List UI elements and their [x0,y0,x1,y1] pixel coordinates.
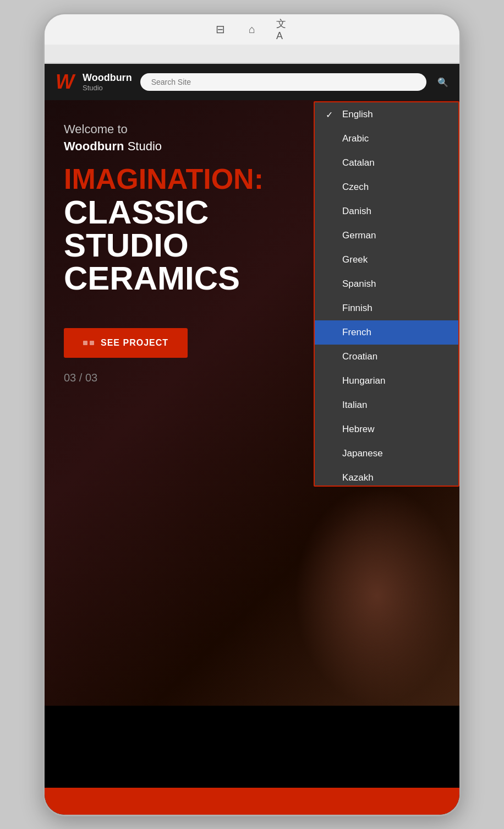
language-label: Czech [342,182,369,193]
home-icon[interactable]: ⌂ [244,21,260,37]
language-item[interactable]: Finnish [315,296,458,320]
language-label: Croatian [342,351,377,362]
language-label: Danish [342,206,371,217]
slide-current: 03 [64,372,76,384]
language-label: Spanish [342,279,376,290]
brand-sub: Studio [83,84,132,92]
language-label: Hebrew [342,424,375,435]
language-label: Italian [342,400,367,411]
language-item[interactable]: Czech [315,175,458,199]
language-label: Arabic [342,133,369,144]
language-item[interactable]: Danish [315,199,458,223]
browser-tabs [45,45,459,64]
language-label: Finnish [342,303,372,314]
hero-brand-bold: Woodburn [64,139,124,153]
slide-total: 03 [85,372,97,384]
language-dropdown[interactable]: ✓EnglishArabicCatalanCzechDanishGermanGr… [314,101,459,487]
browser-window-icon[interactable]: ⊟ [212,21,228,37]
language-item[interactable]: Catalan [315,151,458,175]
brand-title: Woodburn [83,72,132,84]
language-item[interactable]: Hungarian [315,369,458,393]
language-item[interactable]: Japanese [315,441,458,466]
device-frame: ⊟ ⌂ 文A W Woodburn Studio 🔍 Welcome to Wo… [43,13,461,816]
language-item[interactable]: Spanish [315,272,458,296]
browser-chrome: ⊟ ⌂ 文A [45,14,459,64]
search-input[interactable] [140,73,426,91]
language-label: Hungarian [342,375,385,386]
website-container: W Woodburn Studio 🔍 Welcome to Woodburn … [45,64,459,816]
site-header: W Woodburn Studio 🔍 [45,64,459,100]
cta-button[interactable]: SEE PROJECT [64,328,188,358]
logo-mark: W [56,72,74,92]
language-label: Kazakh [342,472,374,483]
language-item[interactable]: Kazakh [315,466,458,487]
cta-label: SEE PROJECT [101,338,168,348]
cta-dot-1 [83,341,87,345]
checkmark-icon: ✓ [326,110,336,120]
bottom-bar [45,788,459,816]
language-item[interactable]: Arabic [315,127,458,151]
language-item[interactable]: Croatian [315,345,458,369]
language-item[interactable]: French [315,320,458,345]
slide-sep: / [79,372,85,384]
language-label: Japanese [342,448,383,459]
language-item[interactable]: Greek [315,248,458,272]
language-label: Catalan [342,157,375,168]
language-label: German [342,230,376,241]
language-item[interactable]: Italian [315,393,458,417]
browser-toolbar: ⊟ ⌂ 文A [45,14,459,45]
language-item[interactable]: German [315,223,458,248]
language-label: English [342,109,373,120]
cta-dots [83,341,94,345]
language-label: Greek [342,254,368,265]
language-item[interactable]: Hebrew [315,417,458,441]
translate-icon[interactable]: 文A [276,21,292,37]
language-label: French [342,327,371,338]
language-item[interactable]: ✓English [315,102,458,127]
search-icon[interactable]: 🔍 [437,77,448,88]
brand-name: Woodburn Studio [83,72,132,92]
cta-dot-2 [90,341,94,345]
